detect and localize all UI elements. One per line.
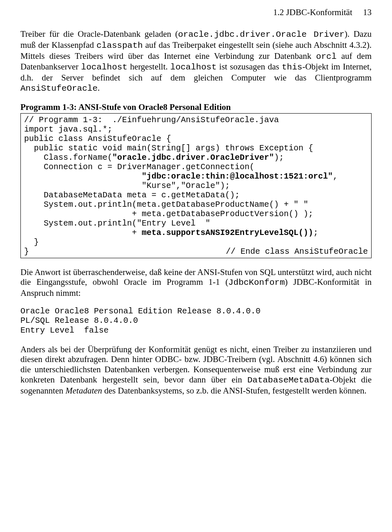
running-header: 1.2 JDBC-Konformität 13 (20, 7, 372, 18)
code-inline: AnsiStufeOracle (20, 84, 98, 93)
section-title: 1.2 JDBC-Konformität (273, 7, 352, 17)
code-listing: // Programm 1-3: ./Einfuehrung/AnsiStufe… (20, 113, 372, 258)
code-inline: orcl (316, 52, 336, 61)
program-output: Oracle Oracle8 Personal Edition Release … (20, 306, 372, 335)
page: 1.2 JDBC-Konformität 13 Treiber für die … (0, 0, 392, 532)
code-inline: classpath (96, 41, 143, 50)
code-inline: oracle.jdbc.driver.Oracle Driver (178, 30, 345, 39)
code-inline: localhost (81, 63, 127, 72)
listing-caption: Programm 1-3: ANSI-Stufe von Oracle8 Per… (20, 102, 372, 112)
result-paragraph: Die Anwort ist überraschenderweise, daß … (20, 267, 372, 298)
end-comment: // Ende class AnsiStufeOracle (226, 247, 368, 256)
emphasis: Metadaten (65, 386, 102, 396)
intro-paragraph: Treiber für die Oracle-Datenbank geladen… (20, 29, 372, 94)
code-inline: DatabaseMetaData (247, 376, 330, 385)
code-inline: this (282, 63, 302, 72)
closing-paragraph: Anders als bei der Überprüfung der Konfo… (20, 344, 372, 396)
code-inline: localhost (170, 63, 216, 72)
code-inline: JdbcKonform (228, 278, 285, 287)
page-number: 13 (363, 7, 372, 17)
